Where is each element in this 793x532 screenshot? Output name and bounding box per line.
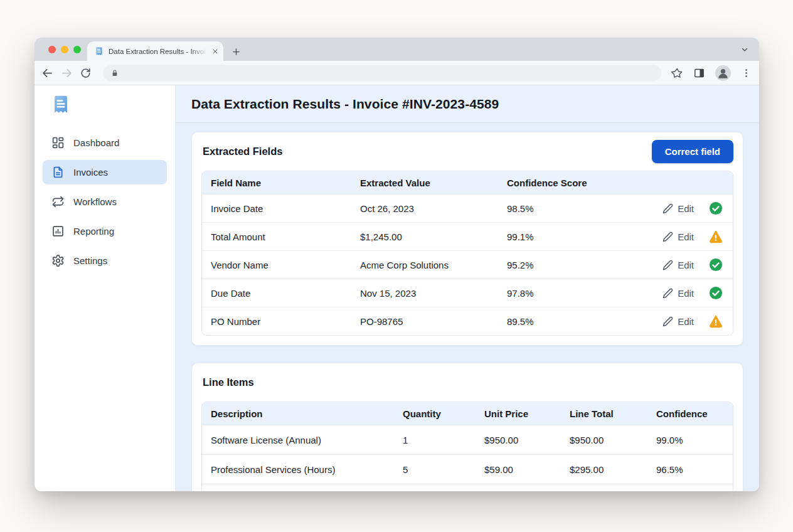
table-row: Due Date Nov 15, 2023 97.8% Edit xyxy=(202,279,733,307)
line-confidence: 96.5% xyxy=(656,464,724,475)
sidebar-item-label: Workflows xyxy=(73,196,117,207)
line-quantity: 5 xyxy=(403,464,484,475)
field-name: PO Number xyxy=(211,316,360,327)
confidence-score: 89.5% xyxy=(507,316,663,327)
reporting-icon xyxy=(51,225,65,238)
side-panel-icon[interactable] xyxy=(693,67,705,79)
settings-icon xyxy=(51,254,65,267)
warning-triangle-icon xyxy=(709,230,723,243)
status-badge xyxy=(709,201,723,215)
check-circle-icon xyxy=(709,258,723,272)
pencil-icon xyxy=(663,316,673,327)
sidebar-item-dashboard[interactable]: Dashboard xyxy=(35,128,175,157)
edit-button[interactable]: Edit xyxy=(663,231,694,242)
edit-button[interactable]: Edit xyxy=(663,260,694,270)
table-row: PO Number PO-98765 89.5% Edit xyxy=(202,307,733,335)
page-header: Data Extraction Results - Invoice #INV-2… xyxy=(176,85,759,123)
line-total: $950.00 xyxy=(570,435,656,445)
field-name: Total Amount xyxy=(211,231,360,242)
page-content: Data Extraction Results - Invoice #INV-2… xyxy=(176,85,759,491)
field-name: Vendor Name xyxy=(211,260,360,270)
zoom-window-button[interactable] xyxy=(73,46,81,53)
window-controls xyxy=(48,46,81,53)
address-bar[interactable] xyxy=(103,65,661,82)
document-favicon-icon xyxy=(94,46,104,56)
new-tab-button[interactable] xyxy=(232,47,241,56)
sidebar-item-settings[interactable]: Settings xyxy=(35,246,175,275)
line-items-table: Description Quantity Unit Price Line Tot… xyxy=(201,402,733,491)
sidebar: Dashboard Invoices Workflows xyxy=(35,85,176,491)
line-total: $295.00 xyxy=(570,464,656,475)
column-header: Description xyxy=(211,408,403,419)
browser-toolbar xyxy=(35,61,759,85)
table-header-row: Description Quantity Unit Price Line Tot… xyxy=(202,402,733,425)
close-window-button[interactable] xyxy=(48,46,56,53)
table-header-row: Field Name Extracted Value Confidence Sc… xyxy=(202,171,733,194)
dashboard-icon xyxy=(51,136,65,149)
status-badge xyxy=(709,258,723,272)
back-arrow-icon[interactable] xyxy=(41,66,54,80)
table-row: Invoice Date Oct 26, 2023 98.5% Edit xyxy=(202,194,733,222)
confidence-score: 99.1% xyxy=(507,231,663,242)
sidebar-item-invoices[interactable]: Invoices xyxy=(43,160,167,184)
column-header: Quantity xyxy=(403,408,484,419)
tab-title: Data Extraction Results - Invoi xyxy=(109,48,208,55)
browser-window: Data Extraction Results - Invoi xyxy=(35,38,759,491)
column-header: Confidence Score xyxy=(507,178,723,188)
extracted-fields-heading: Extracted Fields xyxy=(203,146,282,157)
line-unit-price: $950.00 xyxy=(484,435,570,445)
profile-icon[interactable] xyxy=(715,65,731,81)
pencil-icon xyxy=(663,231,673,242)
extracted-value: PO-98765 xyxy=(360,316,507,327)
extracted-fields-table: Field Name Extracted Value Confidence Sc… xyxy=(201,171,733,336)
field-name: Invoice Date xyxy=(211,203,360,214)
forward-arrow-icon[interactable] xyxy=(60,66,73,80)
reload-icon[interactable] xyxy=(80,67,92,79)
table-row: Software License (Annual) 1 $950.00 $950… xyxy=(202,425,733,454)
page-title: Data Extraction Results - Invoice #INV-2… xyxy=(191,97,499,112)
sidebar-item-label: Settings xyxy=(73,255,107,266)
status-badge xyxy=(709,286,723,300)
browser-tab[interactable]: Data Extraction Results - Invoi xyxy=(87,41,223,61)
table-row: Professional Services (Hours) 5 $59.00 $… xyxy=(202,454,733,484)
line-unit-price: $59.00 xyxy=(484,464,570,475)
chevron-down-icon[interactable] xyxy=(740,45,749,54)
sidebar-item-label: Reporting xyxy=(73,226,114,237)
sidebar-item-label: Invoices xyxy=(73,167,108,178)
sidebar-item-reporting[interactable]: Reporting xyxy=(35,216,175,246)
line-items-card: Line Items Description Quantity Unit Pri… xyxy=(191,363,743,491)
extracted-value: Oct 26, 2023 xyxy=(360,203,507,214)
check-circle-icon xyxy=(709,201,723,215)
column-header: Extracted Value xyxy=(360,178,507,188)
scroll-area: Extracted Fields Correct field Field Nam… xyxy=(176,123,759,491)
status-badge xyxy=(709,230,723,243)
lock-icon[interactable] xyxy=(110,68,119,78)
line-description: Professional Services (Hours) xyxy=(211,464,403,475)
pencil-icon xyxy=(663,288,673,299)
table-row: Total Amount $1,245.00 99.1% Edit xyxy=(202,222,733,250)
correct-field-button[interactable]: Correct field xyxy=(652,140,733,163)
field-name: Due Date xyxy=(211,288,360,299)
column-header: Field Name xyxy=(211,178,360,188)
kebab-menu-icon[interactable] xyxy=(741,68,752,78)
tab-strip: Data Extraction Results - Invoi xyxy=(35,38,759,61)
star-icon[interactable] xyxy=(671,67,683,79)
close-tab-icon[interactable] xyxy=(212,48,218,55)
line-quantity: 1 xyxy=(403,435,484,445)
confidence-score: 97.8% xyxy=(507,288,663,299)
line-items-heading: Line Items xyxy=(203,376,254,388)
edit-button[interactable]: Edit xyxy=(663,288,694,299)
column-header: Unit Price xyxy=(484,408,570,419)
pencil-icon xyxy=(663,203,673,214)
check-circle-icon xyxy=(709,286,723,300)
edit-button[interactable]: Edit xyxy=(663,316,694,327)
extracted-fields-card: Extracted Fields Correct field Field Nam… xyxy=(191,132,743,346)
column-header: Line Total xyxy=(570,408,656,419)
column-header: Confidence xyxy=(656,408,724,419)
sidebar-item-workflows[interactable]: Workflows xyxy=(35,187,175,216)
minimize-window-button[interactable] xyxy=(61,46,68,53)
sidebar-item-label: Dashboard xyxy=(73,137,119,148)
status-badge xyxy=(709,314,723,328)
edit-button[interactable]: Edit xyxy=(663,203,694,214)
extracted-value: Acme Corp Solutions xyxy=(360,260,507,270)
